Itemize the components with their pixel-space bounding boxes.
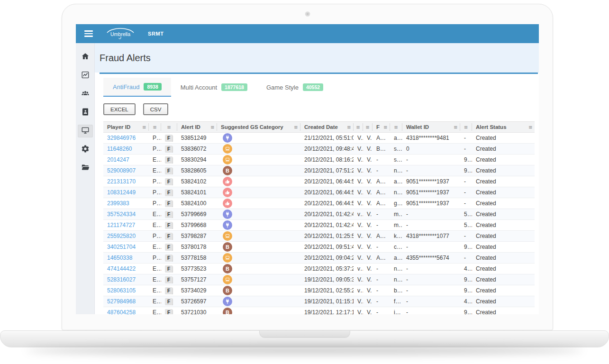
category-cell (217, 199, 300, 208)
created-date-cell: 20/12/2021, 06:44:56 (300, 189, 354, 196)
tab-count-badge: 8938 (144, 83, 161, 91)
truncated-cell: A… (373, 233, 390, 239)
created-date-cell: 19/12/2021, 02:55:22 (300, 287, 354, 294)
column-filter-icon[interactable]: ≡ (347, 124, 351, 130)
column-header-label: Alert Status (476, 124, 507, 130)
column-filter-icon[interactable]: ≡ (142, 124, 146, 130)
player-id-link[interactable]: 527984968 (107, 298, 136, 305)
column-header-blank-2: ≡ (161, 123, 177, 131)
laptop-icon (223, 155, 232, 164)
player-id-cell: 487604258 (103, 309, 149, 314)
created-date-cell: 20/12/2021, 05:37:24 (300, 265, 354, 272)
truncated-cell: V.. (354, 222, 363, 228)
flag-badge: F (165, 189, 173, 196)
table-row: 528063105E…F53734029B19/12/2021, 02:55:2… (103, 285, 535, 296)
player-id-link[interactable]: 528316027 (107, 276, 136, 283)
column-filter-icon[interactable]: ≡ (366, 124, 370, 130)
sidebar-item-home[interactable] (78, 51, 93, 64)
truncated-cell: V. (363, 200, 373, 207)
flag-badge: F (165, 287, 173, 294)
users-icon (81, 89, 90, 100)
player-id-link[interactable]: 221313170 (107, 178, 136, 185)
home-icon (81, 52, 90, 63)
player-id-link[interactable]: 108312449 (107, 189, 136, 196)
page-header-band: Fraud Alerts (95, 43, 539, 73)
wallet-id-cell: - (402, 222, 460, 228)
column-filter-icon[interactable]: ≡ (153, 124, 157, 130)
column-header-label: Created Date (304, 124, 338, 130)
tab-multi-account[interactable]: Multi Account1877618 (171, 78, 257, 97)
truncated-cell: V. (363, 298, 373, 305)
excel-export-button[interactable]: EXCEL (103, 103, 136, 115)
player-id-link[interactable]: 329846976 (107, 135, 136, 141)
player-id-link[interactable]: 255925820 (107, 233, 136, 239)
truncated-cell: n… (390, 276, 402, 283)
tab-antifraud[interactable]: AntiFraud8938 (103, 78, 171, 97)
sidebar-item-monitoring[interactable] (78, 125, 93, 137)
player-id-link[interactable]: 2399383 (107, 200, 129, 207)
sidebar-item-settings[interactable] (78, 143, 93, 156)
truncated-cell: - (373, 276, 390, 283)
column-filter-icon[interactable]: ≡ (528, 124, 532, 130)
truncated-cell: - (373, 222, 390, 228)
column-header-f: F≡ (373, 123, 390, 131)
column-header-label: Player ID (107, 124, 130, 130)
alert-status-cell: Created (472, 287, 535, 294)
csv-export-button[interactable]: CSV (143, 103, 169, 115)
flag-badge: F (165, 222, 173, 229)
player-id-link[interactable]: 357524334 (107, 211, 136, 218)
column-filter-icon[interactable]: ≡ (464, 124, 468, 130)
player-id-cell: 11648260 (103, 146, 149, 152)
column-header-player-id: Player ID≡ (103, 123, 149, 131)
truncated-cell: V. (363, 167, 373, 174)
column-filter-icon[interactable]: ≡ (210, 124, 214, 130)
truncated-cell: i… (390, 309, 402, 314)
sidebar-item-accounts[interactable] (78, 106, 93, 119)
sidebar-item-players[interactable] (78, 88, 93, 100)
category-cell: B (217, 308, 300, 314)
flag-badge: F (165, 211, 173, 218)
truncated-cell: V.. (354, 233, 363, 239)
player-id-link[interactable]: 11648260 (107, 146, 132, 152)
truncated-cell: V.. (354, 135, 363, 141)
truncated-cell: 9… (460, 156, 472, 163)
column-filter-icon[interactable]: ≡ (356, 124, 360, 130)
masked-cell: E… (149, 287, 161, 294)
sidebar-item-files[interactable] (78, 162, 93, 174)
table-row: 121174727E…F5379966820/12/2021, 01:42:45… (103, 220, 535, 231)
truncated-cell: 4… (460, 265, 472, 272)
umbrella-logo[interactable]: Umbrella (105, 26, 136, 42)
sidebar-item-reports[interactable] (78, 69, 93, 82)
tab-game-style[interactable]: Game Style40552 (257, 78, 333, 97)
column-filter-icon[interactable]: ≡ (167, 124, 171, 130)
laptop-base-notch (259, 331, 350, 338)
truncated-cell: V. (363, 211, 373, 218)
wallet-id-cell: - (402, 287, 460, 294)
player-id-link[interactable]: 121174727 (107, 222, 135, 228)
hamburger-menu-icon[interactable] (84, 29, 93, 38)
column-filter-icon[interactable]: ≡ (294, 124, 298, 130)
truncated-cell: A… (373, 200, 390, 207)
table-row: 474144422E…F53773523B20/12/2021, 05:37:2… (103, 264, 535, 274)
column-header-blank-11: ≡ (460, 123, 472, 131)
player-id-link[interactable]: 14650338 (107, 255, 132, 261)
category-cell: B (217, 286, 300, 295)
column-filter-icon[interactable]: ≡ (394, 124, 398, 130)
player-id-link[interactable]: 474144422 (107, 265, 136, 272)
column-filter-icon[interactable]: ≡ (454, 124, 457, 130)
tab-label: AntiFraud (113, 83, 139, 91)
wallet-id-cell: - (402, 167, 460, 174)
player-id-link[interactable]: 2014247 (107, 156, 129, 163)
desktop-icon (81, 126, 90, 136)
alert-status-cell: Created (472, 167, 535, 174)
player-id-link[interactable]: 487604258 (107, 309, 136, 314)
truncated-cell: V.. (354, 178, 363, 185)
player-id-link[interactable]: 528063105 (107, 287, 136, 294)
masked-cell: P… (149, 189, 161, 196)
flag-badge: F (165, 309, 173, 315)
column-filter-icon[interactable]: ≡ (383, 124, 387, 130)
player-id-link[interactable]: 340251704 (107, 244, 136, 250)
player-id-link[interactable]: 529008907 (107, 167, 136, 174)
truncated-cell: V. (363, 189, 373, 196)
truncated-cell: v… (354, 265, 363, 272)
